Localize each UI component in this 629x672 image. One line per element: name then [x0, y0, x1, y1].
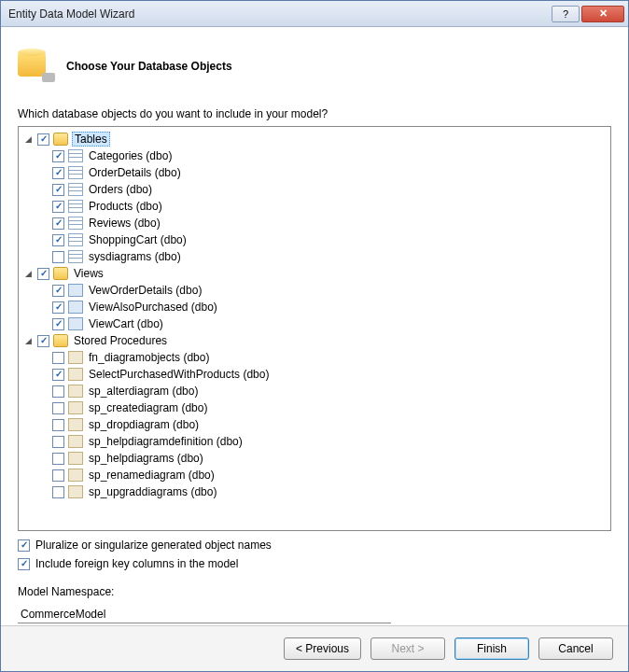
table-icon: [68, 250, 83, 263]
tree-node-proc-5[interactable]: sp_helpdiagramdefinition (dbo): [22, 433, 607, 450]
wizard-header: Choose Your Database Objects: [1, 27, 628, 100]
finish-button[interactable]: Finish: [454, 637, 529, 660]
tree-node-view-0[interactable]: VewOrderDetails (dbo): [22, 282, 607, 299]
checkbox[interactable]: [52, 301, 64, 314]
checkbox[interactable]: [52, 419, 64, 431]
tree-node-proc-8[interactable]: sp_upgraddiagrams (dbo): [22, 483, 607, 500]
checkbox[interactable]: [37, 268, 49, 280]
help-button[interactable]: ?: [552, 6, 580, 22]
tree-node-proc-2[interactable]: sp_alterdiagram (dbo): [22, 383, 607, 399]
checkbox-pluralize[interactable]: [18, 539, 30, 552]
tree-node-table-5[interactable]: ShoppingCart (dbo): [22, 231, 607, 248]
tree-node-table-4[interactable]: Reviews (dbo): [22, 215, 607, 231]
tree-node-table-2[interactable]: Orders (dbo): [22, 181, 607, 198]
checkbox[interactable]: [52, 453, 64, 465]
tree-node-proc-3[interactable]: sp_creatediagram (dbo): [22, 399, 607, 416]
tree-node-tables[interactable]: ◢Tables: [22, 131, 607, 147]
tree-node-table-3[interactable]: Products (dbo): [22, 198, 607, 215]
node-label: Products (dbo): [87, 200, 164, 213]
titlebar-buttons: ? ✕: [552, 6, 624, 22]
prompt-text: Which database objects do you want to in…: [18, 107, 611, 120]
node-label: Views: [72, 267, 105, 280]
checkbox-fk[interactable]: [18, 558, 30, 570]
tree-node-proc-6[interactable]: sp_helpdiagrams (dbo): [22, 450, 607, 467]
proc-icon: [68, 351, 83, 364]
table-icon: [68, 200, 83, 213]
expander-icon[interactable]: ◢: [22, 335, 34, 346]
checkbox[interactable]: [37, 133, 49, 146]
view-icon: [68, 317, 83, 330]
checkbox[interactable]: [52, 285, 64, 297]
next-button[interactable]: Next >: [370, 637, 445, 660]
node-label: Categories (dbo): [87, 149, 174, 162]
node-label: Orders (dbo): [87, 183, 154, 196]
expander-icon[interactable]: ◢: [22, 268, 34, 279]
checkbox[interactable]: [52, 486, 64, 498]
checkbox[interactable]: [52, 150, 64, 162]
checkbox[interactable]: [52, 402, 64, 414]
checkbox[interactable]: [52, 318, 64, 330]
tree-node-proc-1[interactable]: SelectPurchasedWithProducts (dbo): [22, 366, 607, 383]
checkbox[interactable]: [52, 167, 64, 179]
tree-node-procs[interactable]: ◢Stored Procedures: [22, 332, 607, 349]
checkbox[interactable]: [37, 335, 49, 347]
folder-icon: [53, 133, 68, 146]
node-label: sp_upgraddiagrams (dbo): [87, 485, 218, 498]
tree-node-views[interactable]: ◢Views: [22, 265, 607, 282]
namespace-input[interactable]: [18, 606, 391, 623]
node-label: ShoppingCart (dbo): [87, 233, 189, 246]
proc-icon: [68, 401, 83, 414]
node-label: fn_diagramobjects (dbo): [87, 351, 211, 364]
folder-icon: [53, 267, 68, 280]
cancel-button[interactable]: Cancel: [538, 637, 613, 660]
tree-node-proc-7[interactable]: sp_renamediagram (dbo): [22, 467, 607, 483]
proc-icon: [68, 418, 83, 431]
node-label: VewOrderDetails (dbo): [87, 284, 203, 297]
close-button[interactable]: ✕: [581, 6, 624, 22]
view-icon: [68, 301, 83, 314]
node-label: sp_renamediagram (dbo): [87, 469, 217, 482]
option-fk[interactable]: Include foreign key columns in the model: [18, 557, 611, 570]
tree-node-table-0[interactable]: Categories (dbo): [22, 147, 607, 164]
table-icon: [68, 149, 83, 162]
previous-button[interactable]: < Previous: [284, 637, 361, 660]
tree-node-view-1[interactable]: ViewAlsoPurchased (dbo): [22, 299, 607, 315]
option-pluralize-label: Pluralize or singularize generated objec…: [35, 539, 272, 552]
view-icon: [68, 284, 83, 297]
node-label: Stored Procedures: [72, 334, 169, 347]
page-title: Choose Your Database Objects: [66, 60, 232, 73]
table-icon: [68, 183, 83, 196]
table-icon: [68, 166, 83, 179]
node-label: sp_dropdiagram (dbo): [87, 418, 201, 431]
checkbox[interactable]: [52, 217, 64, 230]
checkbox[interactable]: [52, 436, 64, 448]
proc-icon: [68, 485, 83, 498]
checkbox[interactable]: [52, 385, 64, 398]
checkbox[interactable]: [52, 184, 64, 196]
tree-node-table-1[interactable]: OrderDetails (dbo): [22, 164, 607, 181]
folder-icon: [53, 334, 68, 347]
namespace-label: Model Namespace:: [18, 585, 611, 598]
checkbox[interactable]: [52, 469, 64, 482]
object-tree[interactable]: ◢TablesCategories (dbo)OrderDetails (dbo…: [18, 126, 611, 531]
checkbox[interactable]: [52, 369, 64, 381]
checkbox[interactable]: [52, 352, 64, 364]
node-label: SelectPurchasedWithProducts (dbo): [87, 368, 271, 381]
proc-icon: [68, 368, 83, 381]
tree-node-proc-4[interactable]: sp_dropdiagram (dbo): [22, 416, 607, 433]
tree-node-view-2[interactable]: ViewCart (dbo): [22, 315, 607, 332]
tree-node-proc-0[interactable]: fn_diagramobjects (dbo): [22, 349, 607, 366]
node-label: sp_helpdiagramdefinition (dbo): [87, 435, 245, 448]
proc-icon: [68, 452, 83, 465]
checkbox[interactable]: [52, 251, 64, 263]
titlebar: Entity Data Model Wizard ? ✕: [1, 1, 628, 27]
node-label: sysdiagrams (dbo): [87, 250, 183, 263]
expander-icon[interactable]: ◢: [22, 133, 34, 145]
options-panel: Pluralize or singularize generated objec…: [18, 531, 611, 625]
tree-node-table-6[interactable]: sysdiagrams (dbo): [22, 248, 607, 265]
node-label: OrderDetails (dbo): [87, 166, 183, 179]
proc-icon: [68, 385, 83, 398]
option-pluralize[interactable]: Pluralize or singularize generated objec…: [18, 539, 611, 552]
checkbox[interactable]: [52, 234, 64, 246]
checkbox[interactable]: [52, 201, 64, 213]
